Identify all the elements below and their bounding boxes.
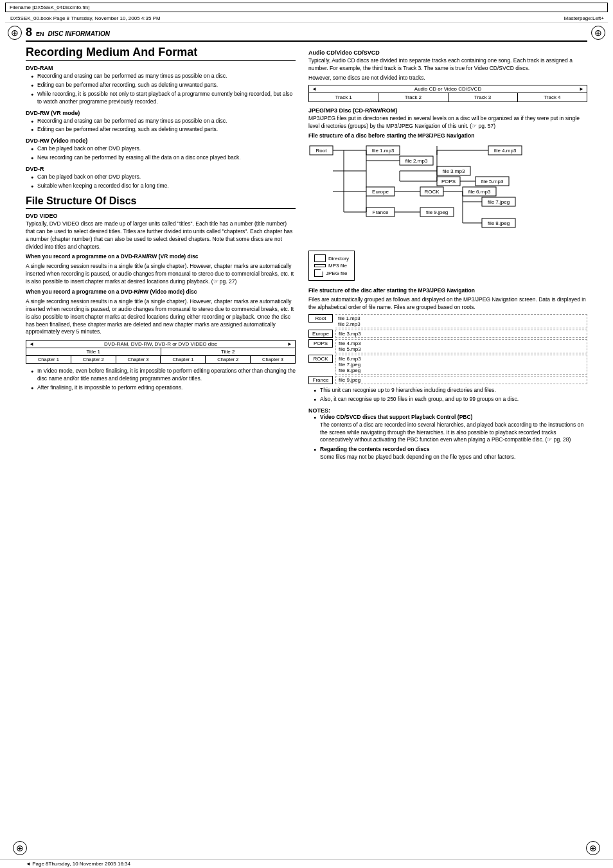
- chapter-2-3: Chapter 3: [251, 356, 295, 363]
- track-4: Track 4: [518, 93, 587, 102]
- root-box: Root: [308, 314, 333, 323]
- bullet-item: Editing can be performed after recording…: [31, 82, 296, 89]
- note-1-body: The contents of a disc are recorded into…: [320, 421, 587, 445]
- bullet-item: Also, it can recognise up to 250 files i…: [314, 396, 587, 403]
- dvd-ram-rw-heading: When you record a programme on a DVD-RAM…: [26, 253, 296, 261]
- notes-list: Video CD/SVCD discs that support Playbac…: [314, 414, 587, 461]
- svg-text:France: France: [373, 209, 389, 215]
- masterpage-ref: Masterpage:Left+: [564, 15, 604, 21]
- audio-cd-diagram: ◄ Audio CD or Video CD/SVCD ► Track 1 Tr…: [308, 85, 587, 102]
- audio-cd-section: Audio CD/Video CD/SVCD Typically, Audio …: [308, 49, 587, 102]
- svg-text:file 3.mp3: file 3.mp3: [443, 168, 465, 174]
- dvd-video-section: DVD VIDEO Typically, DVD VIDEO discs are…: [26, 213, 296, 251]
- before-heading: File structure of a disc before starting…: [308, 132, 587, 140]
- dvd-diagram-section: ◄ DVD-RAM, DVD-RW, DVD-R or DVD VIDEO di…: [26, 340, 296, 364]
- audio-cd-title: Audio CD/Video CD/SVCD: [308, 49, 587, 56]
- svg-text:file 9.jpeg: file 9.jpeg: [426, 209, 448, 215]
- svg-text:file 5.mp3: file 5.mp3: [481, 179, 504, 184]
- dvd-rw-video-heading: When you record a programme on a DVD-R/R…: [26, 288, 296, 296]
- tree-svg-1: Root file 1.mp3 file 2.mp3: [308, 143, 578, 245]
- bullet-item: Can be played back on other DVD players.: [31, 145, 296, 153]
- footer-text: ◄ Page 8Thursday, 10 November 2005 16:34: [26, 861, 130, 867]
- svg-text:POPS: POPS: [441, 179, 456, 184]
- mp3-icon: [314, 264, 326, 267]
- bullet-item: Can be played back on other DVD players.: [31, 173, 296, 181]
- note-item-1: Video CD/SVCD discs that support Playbac…: [314, 414, 587, 445]
- root-file2: file 2.mp3: [338, 321, 584, 327]
- svg-text:file 6.mp3: file 6.mp3: [468, 189, 491, 195]
- dvd-rw-video-bullets: Can be played back on other DVD players.…: [31, 145, 296, 162]
- jpeg-mp3-section: JPEG/MP3 Disc (CD-R/RW/ROM) MP3/JPEG fil…: [308, 107, 587, 461]
- svg-text:Root: Root: [316, 148, 328, 154]
- svg-text:file 1.mp3: file 1.mp3: [372, 148, 395, 154]
- svg-text:file 8.jpeg: file 8.jpeg: [488, 220, 510, 226]
- dvd-ram-section: DVD-RAM Recording and erasing can be per…: [26, 65, 296, 106]
- flat-tree-diagram: Root file 1.mp3 file 2.mp3 Europe file 3…: [308, 314, 587, 384]
- bullet-item: New recording can be performed by erasin…: [31, 154, 296, 162]
- bullet-item: While recording, it is possible not only…: [31, 91, 296, 106]
- svg-text:file 7.jpeg: file 7.jpeg: [488, 199, 510, 205]
- jpeg-mp3-title: JPEG/MP3 Disc (CD-R/RW/ROM): [308, 107, 587, 114]
- after-heading: File structure of the disc after startin…: [308, 287, 587, 295]
- left-column: Recording Medium And Format DVD-RAM Reco…: [26, 46, 296, 463]
- svg-text:file 2.mp3: file 2.mp3: [405, 158, 428, 164]
- book-ref: DX5SEK_00.book Page 8 Thursday, November…: [10, 15, 161, 21]
- dvd-r-bullets: Can be played back on other DVD players.…: [31, 173, 296, 190]
- track-3: Track 3: [449, 93, 518, 102]
- notes-title: NOTES:: [308, 407, 587, 414]
- section-title: DISC INFORMATION: [48, 30, 110, 37]
- dvd-rw-vr-title: DVD-RW (VR mode): [26, 110, 296, 116]
- dvd-rw-vr-section: DVD-RW (VR mode) Recording and erasing c…: [26, 110, 296, 134]
- note-2-bold: Regarding the contents recorded on discs: [320, 446, 430, 452]
- note-2-body: Some files may not be played back depend…: [320, 454, 587, 461]
- header-bar: Filename [DX5SEK_04DiscInfo.fm]: [5, 3, 608, 12]
- svg-text:ROCK: ROCK: [424, 189, 440, 195]
- dvd-rw-vr-bullets: Recording and erasing can be performed a…: [31, 118, 296, 134]
- rock-file6: file 6.mp3: [339, 356, 584, 362]
- bullet-item: Editing can be performed after recording…: [31, 126, 296, 134]
- svg-text:Europe: Europe: [372, 189, 389, 195]
- right-column: Audio CD/Video CD/SVCD Typically, Audio …: [308, 46, 587, 463]
- title-1: Title 1: [26, 348, 161, 355]
- title-2: Title 2: [161, 348, 296, 355]
- chapter-1-1: Chapter 1: [26, 356, 71, 363]
- file-structure-heading: File Structure Of Discs: [26, 195, 296, 209]
- note-item-2: Regarding the contents recorded on discs…: [314, 446, 587, 461]
- legend: Directory MP3 file JPEG file: [308, 251, 355, 281]
- france-file9: file 9.jpeg: [339, 377, 584, 383]
- track-1: Track 1: [309, 93, 378, 102]
- dvd-ram-bullets: Recording and erasing can be performed a…: [31, 73, 296, 106]
- pops-file4: file 4.mp3: [339, 341, 584, 346]
- after-body: Files are automatically grouped as follo…: [308, 296, 587, 312]
- svg-text:file 4.mp3: file 4.mp3: [494, 148, 517, 154]
- dvd-rw-video-body: A single recording session results in a …: [26, 298, 296, 336]
- compass-bottom-right: ⊕: [586, 841, 600, 855]
- dvd-diagram-label: DVD-RAM, DVD-RW, DVD-R or DVD VIDEO disc: [104, 341, 217, 347]
- notes-section: NOTES: Video CD/SVCD discs that support …: [308, 407, 587, 461]
- dvd-ram-rw-body: A single recording session results in a …: [26, 263, 296, 286]
- jpeg-mp3-body: MP3/JPEG files put in directories nested…: [308, 115, 587, 130]
- rock-file7: file 7.jpeg: [339, 362, 584, 368]
- track-2: Track 2: [378, 93, 448, 102]
- bullet-item: After finalising, it is impossible to pe…: [31, 384, 296, 392]
- europe-file3: file 3.mp3: [339, 331, 584, 337]
- dvd-video-body: Typically, DVD VIDEO discs are made up o…: [26, 220, 296, 251]
- europe-box: Europe: [308, 330, 333, 338]
- compass-bottom-left: ⊕: [13, 841, 27, 855]
- pops-box: POPS: [308, 339, 333, 348]
- footer: ◄ Page 8Thursday, 10 November 2005 16:34: [0, 859, 613, 868]
- audio-cd-diagram-label: Audio CD or Video CD/SVCD: [414, 86, 481, 92]
- jpeg-mp3-bullets: This unit can recognise up to 9 hierarch…: [314, 387, 587, 403]
- legend-jpeg: JPEG file: [314, 269, 349, 277]
- audio-cd-body2: However, some discs are not divided into…: [308, 75, 587, 82]
- bullet-item: Suitable when keeping a recorded disc fo…: [31, 182, 296, 190]
- chapter-1-3: Chapter 3: [116, 356, 161, 363]
- audio-cd-body1: Typically, Audio CD discs are divided in…: [308, 57, 587, 73]
- dvd-ram-title: DVD-RAM: [26, 65, 296, 71]
- filename-label: Filename [DX5SEK_04DiscInfo.fm]: [10, 4, 90, 10]
- directory-icon: [314, 254, 326, 262]
- root-file1: file 1.mp3: [338, 315, 584, 321]
- jpeg-icon: [314, 269, 323, 277]
- main-heading: Recording Medium And Format: [26, 46, 296, 61]
- dvd-rw-video-title: DVD-RW (Video mode): [26, 137, 296, 144]
